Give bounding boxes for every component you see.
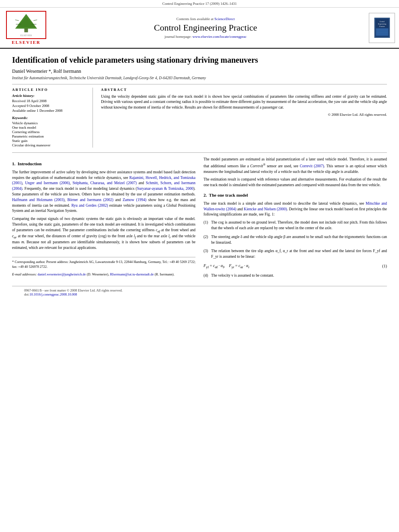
journal-logo-svg: Control Engineering Practice: [372, 18, 392, 38]
elsevier-subtext: ELSEVIER: [8, 34, 44, 37]
ref-mitschke[interactable]: Mitschke and Wallen-towitz (2004): [204, 201, 387, 211]
section1-title: Introduction: [18, 161, 42, 166]
divider-2: [12, 152, 387, 153]
article-info: ARTICLE INFO Article history: Received 1…: [12, 88, 84, 148]
received-date: Received 18 April 2008: [12, 99, 84, 103]
svg-line-5: [33, 20, 37, 21]
bottom-bar: 0967-0661/$ - see front matter © 2008 El…: [12, 286, 387, 298]
journal-title: Control Engineering Practice: [48, 23, 363, 33]
footnote-email-prefix: E-mail addresses:: [12, 272, 37, 276]
elsevier-logo-box: ELSEVIER: [6, 11, 46, 39]
elsevier-brand-text: ELSEVIER: [12, 40, 41, 45]
ref-kiencke[interactable]: Kiencke and Nielsen (2000): [244, 207, 287, 211]
list-text-2: The steering angle δ and the vehicle sli…: [211, 234, 387, 246]
list-num-2: (2): [204, 234, 208, 246]
article-title: Identification of vehicle parameters usi…: [12, 55, 387, 65]
keywords-section: Keywords: Vehicle dynamics One track mod…: [12, 116, 84, 147]
affiliation: Institut für Automatisierungstechnik, Te…: [12, 76, 387, 80]
sciencedirect-link[interactable]: ScienceDirect: [214, 17, 234, 21]
author-names: Daniel Wesemeier *, Rolf Isermann: [12, 68, 81, 74]
authors: Daniel Wesemeier *, Rolf Isermann: [12, 68, 387, 74]
list-num-4: (4): [204, 273, 208, 279]
issn-text: 0967-0661/$ - see front matter © 2008 El…: [24, 288, 375, 292]
info-abstract: ARTICLE INFO Article history: Received 1…: [12, 88, 387, 148]
history-label: Article history:: [12, 94, 84, 98]
doi-link[interactable]: 10.1016/j.conengprac.2008.10.008: [29, 292, 77, 296]
ref-ryu[interactable]: Ryu and Gerdes (2002): [71, 203, 108, 207]
formula-number: (1): [375, 263, 387, 269]
elsevier-logo: ELSEVIER ELSEVIER: [4, 11, 48, 45]
ref-stephanta[interactable]: Stéphanta, Chararaa, and Meizel (2007): [72, 181, 137, 185]
ref-correvit[interactable]: Correvit (2007): [300, 164, 324, 168]
list-num-3: (3): [204, 249, 208, 260]
keyword-3: Cornering stiffness: [12, 130, 84, 134]
copyright: © 2008 Elsevier Ltd. All rights reserved…: [101, 113, 387, 117]
journal-citation: Control Engineering Practice 17 (2009) 1…: [162, 2, 237, 6]
svg-rect-12: [376, 28, 388, 36]
svg-text:Control: Control: [379, 21, 384, 23]
svg-text:Practice: Practice: [379, 26, 385, 27]
article-info-title: ARTICLE INFO: [12, 88, 84, 92]
homepage-link[interactable]: www.elsevier.com/locate/conengprac: [193, 35, 247, 39]
list-item-4: (4) The velocity v is assumed to be cons…: [204, 273, 387, 279]
formula-content: Fyf = cαf · αf, Fyr = cαr · αr: [204, 263, 375, 270]
keyword-4: Parametric estimation: [12, 134, 84, 138]
list-item-3: (3) The relation between the tire slip a…: [204, 249, 387, 260]
journal-logo-right: Control Engineering Practice: [363, 13, 395, 43]
list-item-1: (1) The cog is assumed to be on ground l…: [204, 220, 387, 231]
top-bar: Control Engineering Practice 17 (2009) 1…: [0, 0, 399, 8]
section1-number: 1.: [12, 161, 15, 166]
doi-text: doi:10.1016/j.conengprac.2008.10.008: [24, 292, 375, 296]
abstract-text: Using the velocity dependent static gain…: [101, 94, 387, 110]
simplifications-list: (1) The cog is assumed to be on ground l…: [204, 220, 387, 260]
simplifications-list-2: (4) The velocity v is assumed to be cons…: [204, 273, 387, 279]
footnote-star: * Corresponding author. Present address:…: [12, 259, 195, 269]
list-text-4: The velocity v is assumed to be constant…: [211, 273, 274, 279]
list-text-1: The cog is assumed to be on ground level…: [211, 220, 387, 231]
ref-borner[interactable]: Börner and Isermann (2002): [67, 198, 113, 202]
page-wrapper: Control Engineering Practice 17 (2009) 1…: [0, 0, 399, 304]
keywords-label: Keywords:: [12, 116, 84, 120]
list-item-2: (2) The steering angle δ and the vehicle…: [204, 234, 387, 246]
section2-number: 2.: [204, 193, 207, 197]
section2-title: The one track model: [209, 193, 248, 197]
ref-zamow[interactable]: Zamow (1994): [123, 198, 146, 202]
list-num-1: (1): [204, 220, 208, 231]
section1-right-para2: The estimation result is compared with r…: [204, 177, 387, 188]
available-date: Available online 1 December 2008: [12, 109, 84, 113]
svg-marker-2: [17, 17, 35, 27]
ref-halfmann[interactable]: Halfmann and Holzmann (2003): [12, 198, 64, 202]
svg-text:Engineering: Engineering: [378, 23, 386, 25]
col-left: 1. Introduction The further improvement …: [12, 157, 195, 282]
sciencedirect-line: Contents lists available at ScienceDirec…: [48, 17, 363, 21]
content-area: Identification of vehicle parameters usi…: [0, 49, 399, 304]
svg-line-3: [15, 20, 19, 21]
sciencedirect-prefix: Contents lists available at: [177, 17, 214, 21]
journal-header: ELSEVIER ELSEVIER Contents lists availab…: [0, 8, 399, 49]
elsevier-tree-svg: [10, 13, 42, 33]
ref-unger[interactable]: Unger and Isermann (2006): [25, 181, 70, 185]
section1-para2: Comparing the output signals of two dyna…: [12, 216, 195, 251]
homepage-prefix: journal homepage:: [165, 35, 192, 39]
email-isermann[interactable]: RIsermann@iat.tu-darmstadt.de: [110, 272, 154, 276]
journal-homepage: journal homepage: www.elsevier.com/locat…: [48, 35, 363, 39]
abstract-section: ABSTRACT Using the velocity dependent st…: [101, 88, 387, 148]
keyword-6: Circular driving maneuver: [12, 143, 84, 147]
section2-intro: The one track model is a simple and ofte…: [204, 201, 387, 218]
ref-suryanar[interactable]: Suryanar-ayanan & Tomizuka, 2000: [137, 187, 193, 191]
footnote-section: * Corresponding author. Present address:…: [12, 257, 195, 277]
keyword-1: Vehicle dynamics: [12, 121, 84, 125]
vertical-divider: [93, 88, 93, 148]
keyword-2: One track model: [12, 125, 84, 129]
footnote-email: E-mail addresses: daniel.wesemeier@jungh…: [12, 272, 195, 277]
section1-heading: 1. Introduction: [12, 161, 195, 167]
section1-para1: The further improvement of active safety…: [12, 170, 195, 214]
abstract-title: ABSTRACT: [101, 88, 387, 92]
accepted-date: Accepted 9 October 2008: [12, 104, 84, 108]
journal-center: Contents lists available at ScienceDirec…: [48, 17, 363, 39]
section1-right-para1: The model parameters are estimated as in…: [204, 157, 387, 175]
list-text-3: The relation between the tire slip angle…: [211, 249, 387, 260]
divider-1: [12, 84, 387, 84]
formula-text: Fyf = cαf · αf, Fyr = cαr · αr: [204, 263, 249, 270]
email-wesemeier[interactable]: daniel.wesemeier@jungheinrich.de: [37, 272, 86, 276]
